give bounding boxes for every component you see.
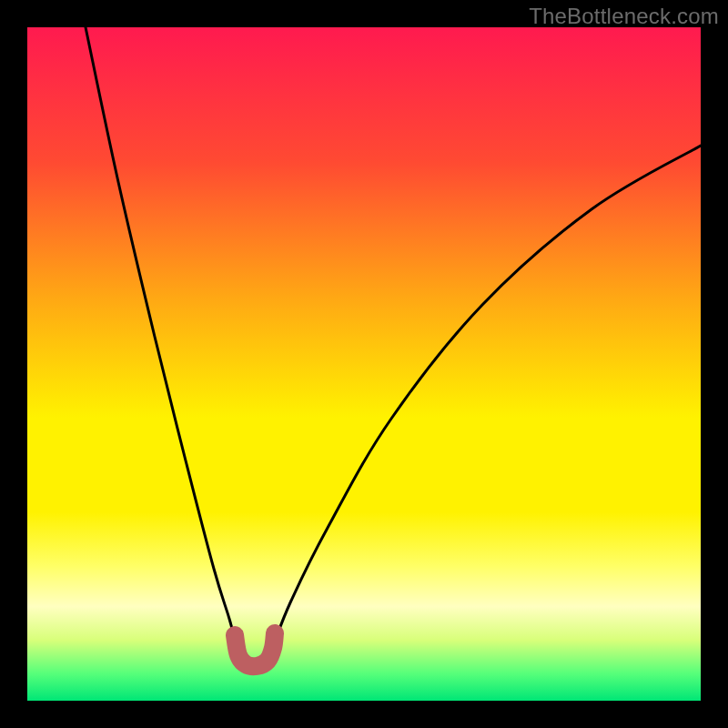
watermark-text: TheBottleneck.com <box>529 4 719 29</box>
gradient-background <box>27 27 701 701</box>
bottleneck-chart <box>27 27 701 701</box>
chart-frame <box>27 27 701 701</box>
